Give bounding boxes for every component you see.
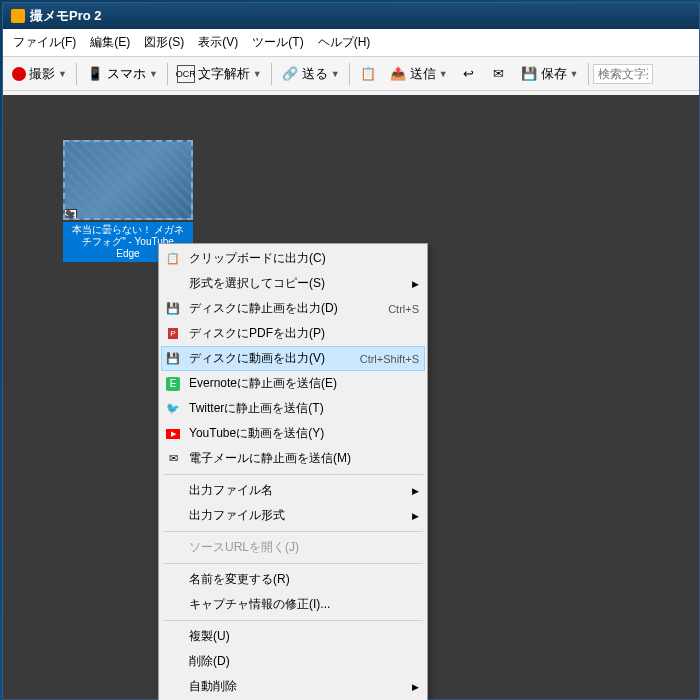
menu-help[interactable]: ヘルプ(H) [312,31,377,54]
menu-item-label: 名前を変更する(R) [189,571,419,588]
menu-item-label: 出力ファイル名 [189,482,419,499]
menu-item-label: ソースURLを開く(J) [189,539,419,556]
menu-item[interactable]: ✉電子メールに静止画を送信(M) [161,446,425,471]
blank-icon [165,276,181,292]
menu-item-label: YouTubeに動画を送信(Y) [189,425,419,442]
thumbnail-item[interactable]: 🎥 本当に曇らない！ メガネ チフォグ" - YouTube Edge [63,140,193,250]
menu-separator [163,563,423,564]
menu-item-label: 自動削除 [189,678,419,695]
menu-item-label: 電子メールに静止画を送信(M) [189,450,419,467]
save-button[interactable]: 💾保存▼ [515,62,584,86]
mail-icon: ✉ [165,451,181,467]
menu-item[interactable]: 🐦Twitterに静止画を送信(T) [161,396,425,421]
menu-item-label: ディスクに静止画を出力(D) [189,300,380,317]
youtube-icon: ▶ [165,426,181,442]
menu-item[interactable]: 形式を選択してコピー(S)▶ [161,271,425,296]
evernote-icon: E [165,376,181,392]
blank-icon [165,572,181,588]
menu-item[interactable]: 💾ディスクに動画を出力(V)Ctrl+Shift+S [161,346,425,371]
clipboard-icon: 📋 [359,65,377,83]
menu-shortcut: Ctrl+Shift+S [360,353,419,365]
mail-button[interactable]: ✉ [485,62,513,86]
blank-icon [165,629,181,645]
menu-separator [163,474,423,475]
menu-item[interactable]: 複製(U) [161,624,425,649]
menu-item-label: 削除(D) [189,653,419,670]
menu-item[interactable]: 自動削除▶ [161,674,425,699]
disk-icon: 💾 [520,65,538,83]
app-title: 撮メモPro 2 [30,7,102,25]
phone-icon: 📱 [86,65,104,83]
menu-item[interactable]: 出力ファイル形式▶ [161,503,425,528]
reply-icon: ↩ [460,65,478,83]
ocr-button[interactable]: OCR文字解析▼ [172,62,267,86]
send2-button[interactable]: 📤送信▼ [384,62,453,86]
menu-item[interactable]: 削除(D) [161,649,425,674]
titlebar[interactable]: 撮メモPro 2 [3,3,699,29]
menu-shortcut: Ctrl+S [388,303,419,315]
dropdown-icon: ▼ [58,69,67,79]
sendout-icon: 📤 [389,65,407,83]
menu-separator [163,620,423,621]
menu-item[interactable]: ▶YouTubeに動画を送信(Y) [161,421,425,446]
thumbnail-image: 🎥 [63,140,193,220]
menu-item[interactable]: 出力ファイル名▶ [161,478,425,503]
blank-icon [165,654,181,670]
disk-icon: 💾 [165,301,181,317]
dropdown-icon: ▼ [331,69,340,79]
clipboard-button[interactable]: 📋 [354,62,382,86]
menu-view[interactable]: 表示(V) [192,31,244,54]
menu-item: ソースURLを開く(J) [161,535,425,560]
menu-item-label: ディスクに動画を出力(V) [189,350,352,367]
context-menu: 📋クリップボードに出力(C)形式を選択してコピー(S)▶💾ディスクに静止画を出力… [158,243,428,700]
menu-item-label: 出力ファイル形式 [189,507,419,524]
dropdown-icon: ▼ [149,69,158,79]
menu-item[interactable]: 名前を変更する(R) [161,567,425,592]
submenu-arrow-icon: ▶ [412,279,419,289]
menu-item[interactable]: キャプチャ情報の修正(I)... [161,592,425,617]
blank-icon [165,540,181,556]
submenu-arrow-icon: ▶ [412,486,419,496]
menu-item-label: 複製(U) [189,628,419,645]
twitter-icon: 🐦 [165,401,181,417]
menu-separator [163,531,423,532]
menu-item-label: クリップボードに出力(C) [189,250,419,267]
menu-item-label: キャプチャ情報の修正(I)... [189,596,419,613]
clipboard-icon: 📋 [165,251,181,267]
menu-shape[interactable]: 図形(S) [138,31,190,54]
menu-item-label: 形式を選択してコピー(S) [189,275,419,292]
main-toolbar: 撮影▼ 📱スマホ▼ OCR文字解析▼ 🔗送る▼ 📋 📤送信▼ ↩ ✉ 💾保存▼ [3,57,699,91]
search-input[interactable] [593,64,653,84]
menu-item[interactable]: 📋クリップボードに出力(C) [161,246,425,271]
reply-button[interactable]: ↩ [455,62,483,86]
menu-item[interactable]: EEvernoteに静止画を送信(E) [161,371,425,396]
submenu-arrow-icon: ▶ [412,511,419,521]
menu-tools[interactable]: ツール(T) [246,31,309,54]
submenu-arrow-icon: ▶ [412,682,419,692]
send-button[interactable]: 🔗送る▼ [276,62,345,86]
pdf-icon: P [165,326,181,342]
menubar: ファイル(F) 編集(E) 図形(S) 表示(V) ツール(T) ヘルプ(H) [3,29,699,57]
capture-button[interactable]: 撮影▼ [7,62,72,86]
menu-edit[interactable]: 編集(E) [84,31,136,54]
menu-item-label: ディスクにPDFを出力(P) [189,325,419,342]
blank-icon [165,679,181,695]
phone-button[interactable]: 📱スマホ▼ [81,62,163,86]
menu-item-label: Twitterに静止画を送信(T) [189,400,419,417]
dropdown-icon: ▼ [570,69,579,79]
blank-icon [165,483,181,499]
blank-icon [165,597,181,613]
menu-item-label: Evernoteに静止画を送信(E) [189,375,419,392]
blank-icon [165,508,181,524]
menu-file[interactable]: ファイル(F) [7,31,82,54]
menu-item[interactable]: 💾ディスクに静止画を出力(D)Ctrl+S [161,296,425,321]
disk-icon: 💾 [165,351,181,367]
mail-icon: ✉ [490,65,508,83]
menu-item[interactable]: PディスクにPDFを出力(P) [161,321,425,346]
app-icon [11,9,25,23]
dropdown-icon: ▼ [253,69,262,79]
dropdown-icon: ▼ [439,69,448,79]
video-icon: 🎥 [63,209,77,220]
link-icon: 🔗 [281,65,299,83]
record-icon [12,67,26,81]
